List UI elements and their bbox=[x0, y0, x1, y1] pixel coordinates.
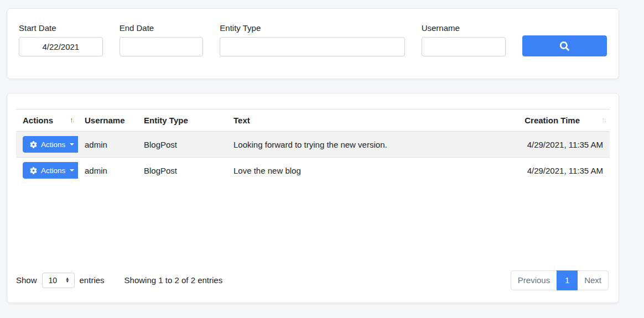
caret-down-icon bbox=[70, 169, 74, 171]
actions-cell: Actions bbox=[16, 158, 78, 184]
caret-down-icon bbox=[70, 143, 74, 145]
text-cell: Love the new blog bbox=[227, 158, 499, 184]
creation-time-cell: 4/29/2021, 11:35 AM bbox=[499, 158, 610, 184]
select-arrows-icon: ▲▼ bbox=[65, 278, 69, 283]
column-header-actions[interactable]: Actions ↑↓ bbox=[16, 110, 78, 132]
page-content: Start Date End Date Entity Type Username bbox=[7, 8, 619, 303]
sort-icon: ↑↓ bbox=[70, 116, 74, 124]
row-actions-label: Actions bbox=[41, 140, 65, 149]
pagination-page-1[interactable]: 1 bbox=[557, 270, 578, 290]
start-date-label: Start Date bbox=[19, 23, 103, 33]
row-actions-button[interactable]: Actions bbox=[23, 162, 78, 179]
page-size-value: 10 bbox=[49, 276, 58, 285]
entity-type-cell: BlogPost bbox=[137, 158, 227, 184]
show-label: Show bbox=[16, 275, 37, 285]
entity-type-cell: BlogPost bbox=[137, 132, 227, 158]
row-actions-label: Actions bbox=[41, 166, 65, 175]
username-field: Username bbox=[422, 23, 506, 56]
gear-icon bbox=[30, 141, 37, 148]
table-row: Actions admin BlogPost Looking forward t… bbox=[16, 132, 610, 158]
results-panel: Actions ↑↓ Username Entity Type Text Cre… bbox=[7, 93, 619, 303]
table-info: Showing 1 to 2 of 2 entries bbox=[124, 275, 223, 285]
username-cell: admin bbox=[78, 158, 137, 184]
start-date-input[interactable] bbox=[19, 37, 103, 56]
filter-row: Start Date End Date Entity Type Username bbox=[19, 23, 607, 56]
creation-time-cell: 4/29/2021, 11:35 AM bbox=[499, 132, 610, 158]
username-input[interactable] bbox=[422, 37, 506, 56]
end-date-field: End Date bbox=[120, 23, 204, 56]
column-header-username[interactable]: Username bbox=[78, 110, 137, 132]
column-header-text[interactable]: Text bbox=[227, 110, 499, 132]
column-header-creation-time[interactable]: Creation Time ↑↓ bbox=[499, 110, 610, 132]
end-date-input[interactable] bbox=[120, 37, 204, 56]
end-date-label: End Date bbox=[120, 23, 204, 33]
filter-panel: Start Date End Date Entity Type Username bbox=[7, 8, 619, 79]
username-cell: admin bbox=[78, 132, 137, 158]
page-length-control: Show 10 ▲▼ entries Showing 1 to 2 of 2 e… bbox=[16, 273, 222, 288]
actions-cell: Actions bbox=[16, 132, 78, 158]
entity-type-label: Entity Type bbox=[220, 23, 404, 33]
row-actions-button[interactable]: Actions bbox=[23, 136, 78, 153]
search-icon bbox=[560, 41, 569, 51]
pagination: Previous 1 Next bbox=[511, 270, 609, 290]
pagination-previous[interactable]: Previous bbox=[511, 270, 557, 290]
page-size-select[interactable]: 10 ▲▼ bbox=[42, 273, 75, 288]
sort-icon: ↑↓ bbox=[601, 116, 605, 124]
table-row: Actions admin BlogPost Love the new blog… bbox=[16, 158, 610, 184]
table-header-row: Actions ↑↓ Username Entity Type Text Cre… bbox=[16, 110, 610, 132]
search-button[interactable] bbox=[522, 35, 607, 56]
entity-type-field: Entity Type bbox=[220, 23, 404, 56]
column-header-entity-type[interactable]: Entity Type bbox=[137, 110, 227, 132]
table-empty-space bbox=[16, 184, 609, 270]
text-cell: Looking forward to trying the new versio… bbox=[227, 132, 499, 158]
username-label: Username bbox=[422, 23, 506, 33]
audit-table: Actions ↑↓ Username Entity Type Text Cre… bbox=[16, 109, 610, 184]
start-date-field: Start Date bbox=[19, 23, 103, 56]
entity-type-input[interactable] bbox=[220, 37, 404, 56]
pagination-next[interactable]: Next bbox=[577, 270, 609, 290]
entries-label: entries bbox=[80, 275, 105, 285]
gear-icon bbox=[30, 167, 37, 174]
table-footer: Show 10 ▲▼ entries Showing 1 to 2 of 2 e… bbox=[16, 270, 609, 290]
